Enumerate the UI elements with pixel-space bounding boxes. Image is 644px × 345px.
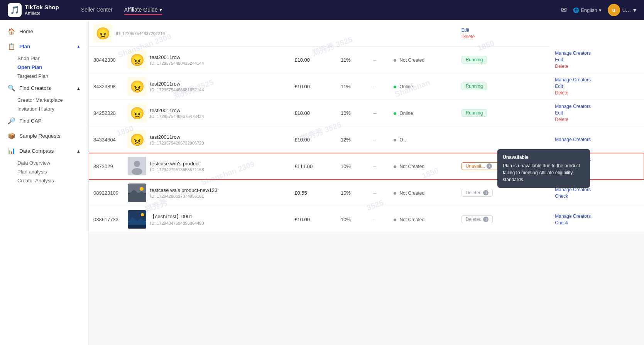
sidebar-item-data-overview[interactable]: Data Overview [0,158,88,167]
status: Online [394,110,413,116]
manage-creators-button[interactable]: Manage Creators [555,77,639,82]
status: O… [394,137,408,143]
row-id: 84323898 [89,73,123,100]
top-navigation: 🎵 TikTok Shop Affiliate Seller Center Af… [0,0,644,20]
action-buttons: Manage Creators Edit Delete [555,50,639,69]
rate: 10% [336,100,368,126]
status: Not Created [394,163,424,169]
manage-creators-button[interactable]: Manage Creators [555,50,639,56]
table-row: 038617733 [89,206,644,233]
sidebar-item-find-creators[interactable]: 🔍 Find Creators ▲ [0,81,88,96]
sidebar-item-plan-analysis[interactable]: Plan analysis [0,167,88,176]
main-layout: 🏠 Home 📋 Plan ▲ Shop Plan Open Plan Targ… [0,20,644,345]
row-id: 88442330 [89,47,123,73]
price: £10.00 [290,100,336,126]
delete-button[interactable]: Delete [555,90,639,96]
check-button[interactable]: Check [555,220,639,226]
product-id: ID: 172957544837202219 [116,31,165,36]
delete-button[interactable]: Delete [555,64,639,69]
status: Online [394,84,413,89]
chevron-up-icon: ▲ [76,44,81,49]
extra: – [368,47,389,73]
person-image [128,157,146,175]
sidebar-item-creator-analysis[interactable]: Creator Analysis [0,176,88,185]
rate: 11% [336,73,368,100]
product-id: ID: 17295754296732906720 [150,141,204,145]
sidebar-item-creator-marketplace[interactable]: Creator Marketplace [0,96,88,104]
sidebar-item-find-cap[interactable]: 🔎 Find CAP [0,113,88,128]
sidebar: 🏠 Home 📋 Plan ▲ Shop Plan Open Plan Targ… [0,20,89,345]
sidebar-item-sample-requests[interactable]: 📦 Sample Requests [0,128,88,143]
rate: 11% [336,47,368,73]
manage-creators-button[interactable]: Manage Creators [555,137,639,142]
edit-button[interactable]: Edit [555,110,639,116]
price: £10.00 [290,126,336,153]
action-buttons: Edit Delete [461,27,546,39]
delete-button[interactable]: Delete [555,117,639,122]
manage-creators-button[interactable]: Manage Creators [555,214,639,219]
extra: – [368,206,389,233]
status-dot [394,59,396,62]
globe-icon: 🌐 [573,7,579,13]
product-name: test20011row [150,54,204,60]
rate: 10% [336,180,368,206]
sidebar-item-invitation-history[interactable]: Invitation History [0,104,88,113]
edit-button[interactable]: Edit [461,27,546,33]
sidebar-item-open-plan[interactable]: Open Plan [0,63,88,72]
tooltip-title: Unavailable [503,154,585,161]
row-id: 038617733 [89,206,123,233]
message-icon[interactable]: ✉ [561,6,567,14]
product-thumbnail: 😠 [128,104,146,122]
landscape-image [128,183,146,202]
landscape2-image [128,210,146,229]
manage-creators-button[interactable]: Manage Creators [555,104,639,109]
product-cell: 😠 test20011row ID: 17295754296732906720 [128,130,285,149]
chevron-down-icon: ▾ [633,7,636,14]
product-id: ID: 17295754466681652144 [150,88,204,92]
product-name: 【ceshi test】0001 [150,213,204,220]
table-container: Shanshan 2309 郑秀秀 3525 1850 郑秀秀 3525 Sha… [89,20,644,233]
row-id: 8873029 [89,153,123,180]
chevron-down-icon: ▾ [159,7,162,13]
edit-button[interactable]: Edit [555,57,639,62]
status-dot [394,86,396,88]
sidebar-item-targeted-plan[interactable]: Targeted Plan [0,72,88,81]
info-icon[interactable]: ℹ [483,217,488,222]
row-id: 84334304 [89,126,123,153]
chevron-up-icon: ▲ [76,86,81,91]
data-compass-icon: 📊 [8,147,15,155]
sidebar-item-data-compass[interactable]: 📊 Data Compass ▲ [0,143,88,158]
svg-point-2 [132,168,142,175]
product-thumbnail: 😠 [128,130,146,149]
table-row: 84323898 😠 test20011row ID: 172957544666… [89,73,644,100]
nav-links: Seller Center Affiliate Guide ▾ [81,5,549,15]
edit-button[interactable]: Edit [555,84,639,89]
check-button[interactable]: Check [555,194,639,199]
sidebar-item-shop-plan[interactable]: Shop Plan [0,54,88,63]
logo-icon: 🎵 [8,3,22,17]
plan-icon: 📋 [8,43,15,50]
svg-point-10 [141,213,144,216]
nav-seller-center[interactable]: Seller Center [81,5,113,15]
find-creators-icon: 🔍 [8,84,15,92]
price: £111.00 [290,153,336,180]
delete-button[interactable]: Delete [461,34,546,39]
nav-affiliate-guide[interactable]: Affiliate Guide ▾ [124,5,162,15]
product-cell: 【ceshi test】0001 ID: 1729434759489686448… [128,210,285,229]
plans-table: 😠 ID: 172957544837202219 Edit Delete [89,20,644,233]
home-icon: 🏠 [8,28,15,35]
sidebar-item-home[interactable]: 🏠 Home [0,24,88,39]
user-menu[interactable]: u u... ▾ [608,4,636,16]
table-row: 84252320 😠 test20011row ID: 172957544896… [89,100,644,126]
product-cell: 😠 test20011row ID: 17295754466681652144 [128,77,285,96]
language-selector[interactable]: 🌐 English ▾ [573,7,602,13]
product-id: ID: 17294280627074856161 [150,194,217,199]
sidebar-item-plan[interactable]: 📋 Plan ▲ [0,39,88,54]
info-icon[interactable]: ℹ [487,163,492,169]
status: Not Created [394,217,424,222]
product-cell: testcase wm's product ID: 17294279513655… [128,157,285,175]
row-id: 089223109 [89,180,123,206]
info-icon[interactable]: ℹ [483,190,488,195]
logo[interactable]: 🎵 TikTok Shop Affiliate [8,3,69,17]
logo-brand: TikTok Shop [25,4,59,11]
